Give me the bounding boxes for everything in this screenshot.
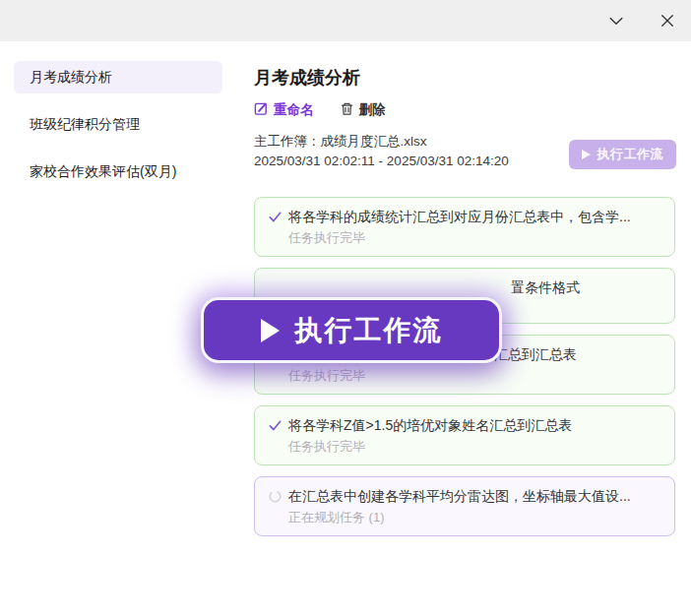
spinner-icon [268,489,283,504]
check-icon [268,418,283,433]
rename-label: 重命名 [274,101,314,119]
task-title-row: 在汇总表中创建各学科平均分雷达图，坐标轴最大值设... [268,485,661,507]
page-title: 月考成绩分析 [254,67,675,89]
app-body: 月考成绩分析班级纪律积分管理家校合作效果评估(双月) 月考成绩分析 重命名 删除… [0,41,691,616]
delete-button[interactable]: 删除 [340,101,386,119]
overlay-execute-label: 执行工作流 [295,317,443,344]
task-list: 将各学科的成绩统计汇总到对应月份汇总表中，包含学...任务执行完毕置条件格式将各… [254,197,675,536]
task-title-row: 置条件格式 [511,277,661,298]
titlebar [0,0,691,41]
sidebar-item-2[interactable]: 家校合作效果评估(双月) [14,155,222,188]
trash-icon [340,101,354,119]
play-icon [582,150,591,159]
task-card-0[interactable]: 将各学科的成绩统计汇总到对应月份汇总表中，包含学...任务执行完毕 [254,197,675,257]
task-status: 任务执行完毕 [288,228,661,247]
task-status: 任务执行完毕 [288,437,661,456]
task-title: 将各学科Z值>1.5的培优对象姓名汇总到汇总表 [288,414,572,436]
task-title: 将各学科的成绩统计汇总到对应月份汇总表中，包含学... [288,206,631,227]
task-card-3[interactable]: 将各学科Z值>1.5的培优对象姓名汇总到汇总表任务执行完毕 [254,405,675,465]
task-status: 正在规划任务 (1) [288,508,661,526]
close-icon[interactable] [658,11,677,31]
task-title-row: 将各学科Z值>1.5的培优对象姓名汇总到汇总表 [268,414,661,436]
sidebar-item-0[interactable]: 月考成绩分析 [14,61,222,93]
task-title: 在汇总表中创建各学科平均分雷达图，坐标轴最大值设... [288,485,631,507]
execute-workflow-overlay-button[interactable]: 执行工作流 [201,297,502,363]
execute-workflow-button[interactable]: 执行工作流 [569,140,677,169]
edit-icon [254,101,269,119]
task-title: 置条件格式 [511,277,580,298]
sidebar-item-1[interactable]: 班级纪律积分管理 [14,108,222,141]
play-icon [261,319,280,342]
sidebar-item-label: 班级纪律积分管理 [30,116,140,134]
task-title-row: 将各学科的成绩统计汇总到对应月份汇总表中，包含学... [268,206,661,227]
execute-workflow-label: 执行工作流 [597,146,664,163]
delete-label: 删除 [359,101,386,119]
task-card-4[interactable]: 在汇总表中创建各学科平均分雷达图，坐标轴最大值设...正在规划任务 (1) [254,476,675,536]
sidebar-item-label: 家校合作效果评估(双月) [30,163,176,181]
sidebar-item-label: 月考成绩分析 [30,69,112,87]
task-status: 任务执行完毕 [288,366,661,385]
check-icon [268,210,283,224]
chevron-down-icon[interactable] [606,11,626,31]
rename-button[interactable]: 重命名 [254,101,314,119]
actions-row: 重命名 删除 [254,100,675,120]
